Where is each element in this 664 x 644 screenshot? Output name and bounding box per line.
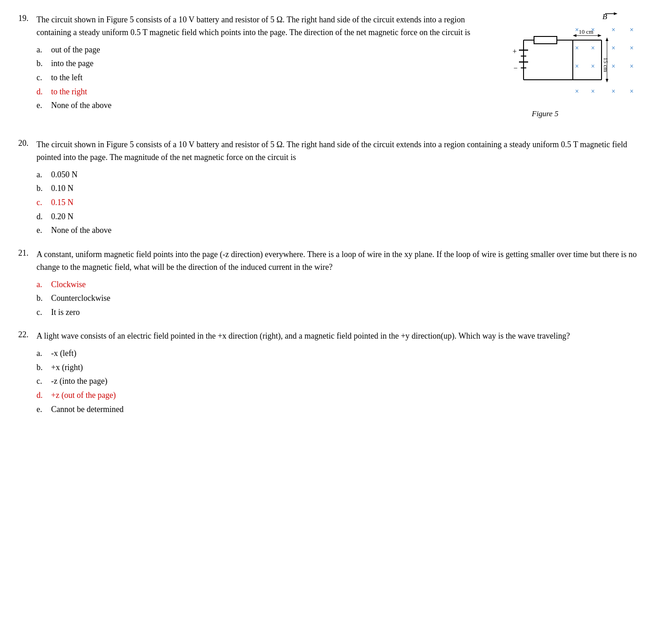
svg-text:−: − xyxy=(514,64,518,72)
q19-option-e: e. None of the above xyxy=(36,98,482,113)
q21-options: a. Clockwise b. Counterclockwise c. It i… xyxy=(36,278,646,319)
q19-label-e: e. xyxy=(36,98,47,113)
q19-text-a: out of the page xyxy=(51,43,100,57)
svg-text:×: × xyxy=(612,26,615,33)
q20-text-c: 0.15 N xyxy=(51,196,73,210)
q22-label-e: e. xyxy=(36,402,47,417)
q22-text-c: -z (into the page) xyxy=(51,374,107,388)
svg-text:×: × xyxy=(612,44,615,52)
q19-label-a: a. xyxy=(36,43,47,57)
question-19: 19. The circuit shown in Figure 5 consis… xyxy=(18,14,646,128)
q22-text-e: Cannot be determined xyxy=(51,402,124,417)
svg-text:×: × xyxy=(575,44,579,52)
svg-text:×: × xyxy=(575,88,579,95)
q19-number: 19. xyxy=(18,14,36,23)
question-22: 22. A light wave consists of an electric… xyxy=(18,330,646,416)
q20-option-c: c. 0.15 N xyxy=(36,196,646,210)
q21-text: A constant, uniform magnetic field point… xyxy=(36,248,646,274)
q22-options: a. -x (left) b. +x (right) c. -z (into t… xyxy=(36,346,646,416)
q20-text-d: 0.20 N xyxy=(51,210,73,224)
q19-options: a. out of the page b. into the page c. t… xyxy=(36,43,482,113)
svg-text:×: × xyxy=(630,88,633,95)
q22-option-a: a. -x (left) xyxy=(36,346,646,361)
svg-text:×: × xyxy=(591,88,595,95)
q21-label-b: b. xyxy=(36,291,47,305)
q20-option-d: d. 0.20 N xyxy=(36,210,646,224)
svg-rect-32 xyxy=(534,36,557,44)
q19-text: The circuit shown in Figure 5 consists o… xyxy=(36,14,482,39)
svg-text:×: × xyxy=(630,62,633,70)
q22-label-b: b. xyxy=(36,361,47,375)
q22-text: A light wave consists of an electric fie… xyxy=(36,330,646,343)
svg-text:15 cm: 15 cm xyxy=(602,57,609,72)
q21-number: 21. xyxy=(18,248,36,258)
q22-number: 22. xyxy=(18,330,36,340)
q22-label-d: d. xyxy=(36,388,47,402)
q22-text-d: +z (out of the page) xyxy=(51,388,116,402)
circuit-diagram: B × × × × × × × × × × × × × xyxy=(495,9,641,128)
q19-option-d: d. to the right xyxy=(36,85,482,99)
q20-text-b: 0.10 N xyxy=(51,181,73,196)
q20-label-e: e. xyxy=(36,223,47,237)
q21-label-c: c. xyxy=(36,305,47,319)
q21-text-b: Counterclockwise xyxy=(51,291,110,305)
q19-option-b: b. into the page xyxy=(36,57,482,71)
svg-marker-2 xyxy=(614,12,617,15)
q22-option-c: c. -z (into the page) xyxy=(36,374,646,388)
q19-text-c: to the left xyxy=(51,71,83,85)
q20-option-e: e. None of the above xyxy=(36,223,646,237)
svg-text:×: × xyxy=(591,62,595,70)
svg-text:+: + xyxy=(513,47,517,55)
figure-5-container: B × × × × × × × × × × × × × xyxy=(491,9,646,128)
q20-text: The circuit shown in Figure 5 consists o… xyxy=(36,139,646,164)
q22-text-a: -x (left) xyxy=(51,346,76,361)
question-20: 20. The circuit shown in Figure 5 consis… xyxy=(18,139,646,237)
q20-option-a: a. 0.050 N xyxy=(36,168,646,182)
svg-text:×: × xyxy=(575,62,579,70)
svg-marker-41 xyxy=(606,37,608,41)
q19-label-d: d. xyxy=(36,85,47,99)
q20-number: 20. xyxy=(18,139,36,148)
svg-text:×: × xyxy=(591,44,595,52)
q20-label-c: c. xyxy=(36,196,47,210)
svg-marker-20 xyxy=(573,34,576,37)
svg-text:×: × xyxy=(630,44,633,52)
q20-label-a: a. xyxy=(36,168,47,182)
svg-marker-21 xyxy=(598,34,602,37)
q19-option-c: c. to the left xyxy=(36,71,482,85)
q20-label-d: d. xyxy=(36,210,47,224)
q21-option-c: c. It is zero xyxy=(36,305,646,319)
svg-text:×: × xyxy=(612,62,615,70)
q21-text-c: It is zero xyxy=(51,305,80,319)
q19-label-c: c. xyxy=(36,71,47,85)
q19-text-d: to the right xyxy=(51,85,87,99)
q19-text-e: None of the above xyxy=(51,98,111,113)
q21-option-b: b. Counterclockwise xyxy=(36,291,646,305)
q22-option-d: d. +z (out of the page) xyxy=(36,388,646,402)
svg-marker-42 xyxy=(606,79,608,82)
q22-label-c: c. xyxy=(36,374,47,388)
q20-options: a. 0.050 N b. 0.10 N c. 0.15 N d. 0.20 N… xyxy=(36,168,646,237)
q19-label-b: b. xyxy=(36,57,47,71)
question-21: 21. A constant, uniform magnetic field p… xyxy=(18,248,646,319)
svg-text:10 cm: 10 cm xyxy=(579,28,593,35)
q19-option-a: a. out of the page xyxy=(36,43,482,57)
q20-text-a: 0.050 N xyxy=(51,168,78,182)
q21-label-a: a. xyxy=(36,278,47,292)
svg-text:×: × xyxy=(612,88,615,95)
q22-option-b: b. +x (right) xyxy=(36,361,646,375)
q21-option-a: a. Clockwise xyxy=(36,278,646,292)
svg-text:×: × xyxy=(630,26,633,33)
q20-option-b: b. 0.10 N xyxy=(36,181,646,196)
q22-option-e: e. Cannot be determined xyxy=(36,402,646,417)
q20-text-e: None of the above xyxy=(51,223,111,237)
q22-text-b: +x (right) xyxy=(51,361,83,375)
svg-text:Figure 5: Figure 5 xyxy=(531,109,558,118)
q22-label-a: a. xyxy=(36,346,47,361)
q21-text-a: Clockwise xyxy=(51,278,86,292)
svg-text:×: × xyxy=(575,26,579,33)
q19-text-b: into the page xyxy=(51,57,93,71)
q20-label-b: b. xyxy=(36,181,47,196)
